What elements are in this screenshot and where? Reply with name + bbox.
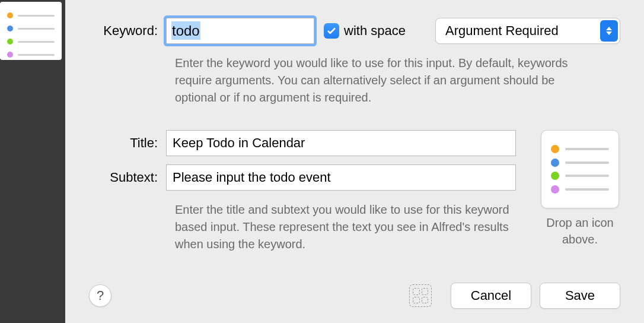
line-icon: [565, 162, 609, 164]
dot-icon: [551, 172, 559, 180]
icon-row: [551, 145, 609, 153]
icon-row: [551, 172, 609, 180]
thumb-row: [7, 26, 55, 31]
thumb-row: [7, 39, 55, 45]
with-space-checkbox-wrap: with space: [324, 23, 406, 39]
line-icon: [565, 188, 609, 191]
title-row: Title:: [89, 130, 516, 156]
main-panel: Keyword: todo with space Argument Requir…: [65, 0, 644, 323]
argument-select-value: Argument Required: [445, 23, 559, 39]
grid-icon[interactable]: [409, 284, 432, 307]
line-icon: [565, 175, 609, 177]
line-icon: [18, 28, 55, 30]
line-icon: [18, 41, 55, 43]
line-icon: [18, 15, 55, 17]
keyword-label: Keyword:: [89, 23, 166, 39]
dot-icon: [7, 39, 13, 45]
save-button[interactable]: Save: [540, 283, 620, 309]
icon-drop-area: Drop an icon above.: [540, 130, 620, 248]
cancel-button[interactable]: Cancel: [451, 283, 531, 309]
thumb-row: [7, 12, 55, 18]
icon-row: [551, 185, 609, 194]
subtext-row: Subtext:: [89, 164, 516, 191]
dot-icon: [551, 145, 559, 153]
keyword-input[interactable]: [166, 18, 314, 44]
dot-icon: [551, 159, 559, 167]
title-input[interactable]: [166, 130, 516, 156]
line-icon: [18, 54, 55, 56]
dot-icon: [7, 26, 13, 31]
subtext-input[interactable]: [166, 164, 516, 191]
dot-icon: [551, 185, 559, 194]
drop-icon-label: Drop an icon above.: [540, 214, 620, 248]
line-icon: [565, 148, 609, 150]
sidebar: [0, 0, 65, 323]
icon-well[interactable]: [541, 130, 619, 208]
subtext-label: Subtext:: [89, 170, 166, 185]
chevron-up-down-icon: [600, 20, 618, 42]
help-button[interactable]: ?: [89, 284, 111, 307]
title-help-text: Enter the title and subtext you would li…: [175, 201, 516, 253]
keyword-input-wrap: todo: [166, 18, 314, 44]
keyword-help-text: Enter the keyword you would like to use …: [175, 55, 590, 106]
bottom-bar: ? Cancel Save: [89, 283, 620, 309]
with-space-checkbox[interactable]: [324, 23, 339, 39]
argument-select-wrap: Argument Required: [435, 18, 620, 44]
keyword-row: Keyword: todo with space Argument Requir…: [89, 18, 620, 44]
title-label: Title:: [89, 135, 166, 151]
thumb-row: [7, 52, 55, 58]
check-icon: [326, 26, 337, 36]
workflow-thumbnail[interactable]: [0, 2, 62, 60]
argument-select[interactable]: Argument Required: [435, 18, 620, 44]
with-space-label: with space: [344, 23, 406, 39]
icon-row: [551, 159, 609, 167]
dot-icon: [7, 52, 13, 58]
dot-icon: [7, 12, 13, 18]
